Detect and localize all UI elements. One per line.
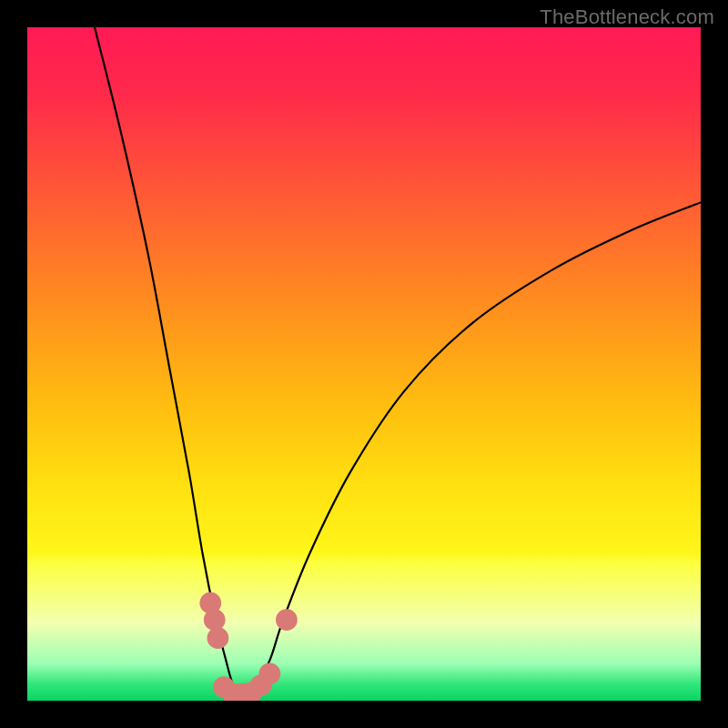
marker-bottom-f: [259, 663, 281, 685]
marker-left-stack-a: [204, 609, 226, 631]
plot-area: [27, 27, 701, 701]
marker-group: [199, 592, 297, 701]
outer-frame: TheBottleneck.com: [0, 0, 728, 728]
chart-svg: [27, 27, 701, 701]
marker-left-stack-b: [207, 627, 229, 649]
watermark-text: TheBottleneck.com: [540, 5, 714, 29]
marker-right-outer: [276, 609, 298, 631]
bottleneck-curve: [95, 27, 701, 693]
